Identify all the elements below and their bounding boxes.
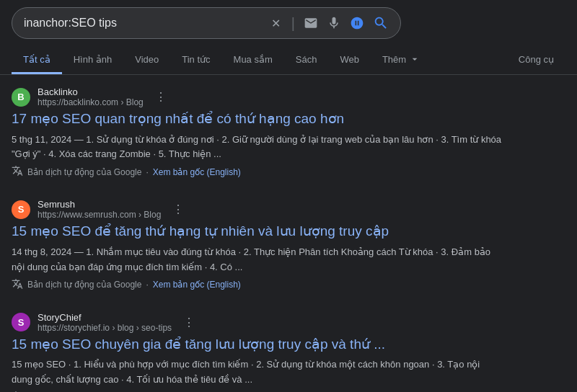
result-item: B Backlinko https://backlinko.com › Blog…	[12, 86, 565, 179]
search-bar-wrapper: ✕ |	[0, 0, 577, 46]
tab-tools[interactable]: Công cụ	[507, 47, 565, 74]
translation-bar: Bản dịch tự động của Google · Xem bản gố…	[12, 278, 565, 292]
site-favicon: B	[12, 88, 30, 107]
site-name-url: Semrush https://www.semrush.com › Blog	[38, 199, 161, 220]
search-input[interactable]	[24, 17, 264, 30]
result-item: S Semrush https://www.semrush.com › Blog…	[12, 199, 565, 291]
site-name: Backlinko	[38, 86, 144, 97]
site-name: StoryChief	[38, 312, 172, 323]
lens-icon[interactable]	[350, 16, 364, 30]
site-url: https://storychief.io › blog › seo-tips	[38, 323, 172, 333]
result-item: S StoryChief https://storychief.io › blo…	[12, 312, 565, 392]
result-description: 15 mẹo SEO · 1. Hiểu và phù hợp với mục …	[12, 357, 502, 388]
result-title[interactable]: 15 mẹo SEO chuyên gia để tăng lưu lượng …	[12, 336, 565, 354]
translation-text: Bản dịch tự động của Google	[27, 167, 141, 177]
result-description: 14 thg 8, 2024 — 1. Nhắm mục tiêu vào đú…	[12, 245, 502, 275]
translation-link[interactable]: Xem bản gốc (English)	[153, 167, 241, 177]
tab-books[interactable]: Sách	[284, 47, 329, 74]
voice-icon[interactable]	[327, 16, 341, 30]
site-url: https://www.semrush.com › Blog	[38, 210, 161, 220]
divider-icon: |	[291, 15, 295, 32]
clear-icon[interactable]: ✕	[270, 17, 283, 30]
translation-bar: Bản dịch tự động của Google · Xem bản gố…	[12, 165, 565, 179]
nav-tabs: Tất cả Hình ảnh Video Tin tức Mua sắm Sá…	[0, 46, 577, 75]
site-info: B Backlinko https://backlinko.com › Blog…	[12, 86, 565, 107]
translate-icon	[12, 278, 23, 292]
site-name-url: StoryChief https://storychief.io › blog …	[38, 312, 172, 333]
tab-images[interactable]: Hình ảnh	[62, 47, 124, 74]
tab-web[interactable]: Web	[328, 47, 371, 74]
results-container: B Backlinko https://backlinko.com › Blog…	[0, 75, 577, 392]
result-description: 5 thg 11, 2024 — 1. Sử dụng từ khóa ở đú…	[12, 133, 502, 163]
search-icons: ✕ |	[270, 15, 389, 32]
translation-text: Bản dịch tự động của Google	[27, 280, 141, 290]
tab-more[interactable]: Thêm	[371, 46, 432, 74]
tab-video[interactable]: Video	[123, 47, 170, 74]
search-submit-icon[interactable]	[373, 15, 389, 31]
site-name: Semrush	[38, 199, 161, 210]
tab-shopping[interactable]: Mua sắm	[222, 47, 284, 74]
more-options-button[interactable]: ⋮	[155, 90, 167, 104]
site-favicon: S	[12, 200, 30, 219]
site-info: S Semrush https://www.semrush.com › Blog…	[12, 199, 565, 220]
site-favicon: S	[12, 313, 30, 331]
more-options-button[interactable]: ⋮	[172, 202, 184, 216]
site-name-url: Backlinko https://backlinko.com › Blog	[38, 86, 144, 107]
tab-news[interactable]: Tin tức	[170, 47, 221, 74]
more-options-button[interactable]: ⋮	[183, 316, 195, 329]
tab-all[interactable]: Tất cả	[12, 47, 62, 74]
site-url: https://backlinko.com › Blog	[38, 97, 144, 107]
result-title[interactable]: 15 mẹo SEO để tăng thứ hạng tự nhiên và …	[12, 223, 565, 241]
translate-icon	[12, 165, 23, 179]
site-info: S StoryChief https://storychief.io › blo…	[12, 312, 565, 333]
result-title[interactable]: 17 mẹo SEO quan trọng nhất để có thứ hạn…	[12, 110, 565, 128]
translation-link[interactable]: Xem bản gốc (English)	[153, 280, 241, 290]
email-icon[interactable]	[304, 16, 318, 30]
search-bar[interactable]: ✕ |	[12, 7, 401, 39]
